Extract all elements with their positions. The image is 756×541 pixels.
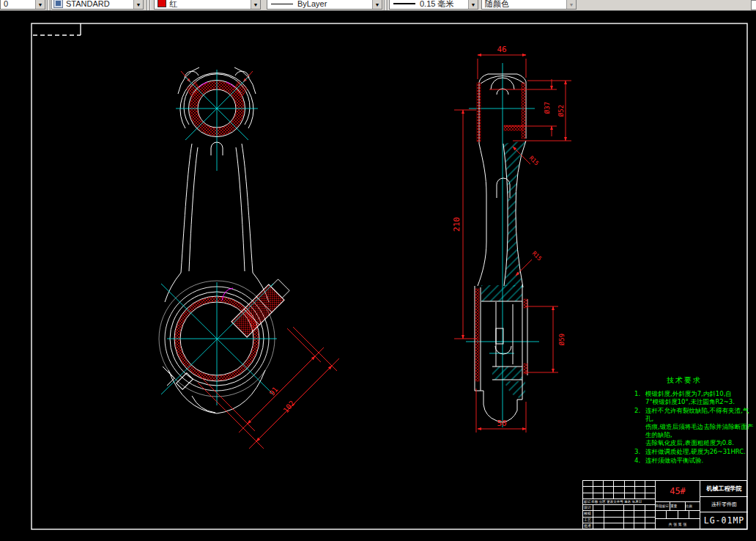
text-style-icon bbox=[53, 0, 63, 8]
layer-combo[interactable]: 0 ▼ bbox=[0, 0, 45, 10]
chevron-down-icon[interactable]: ▼ bbox=[35, 0, 45, 9]
lineweight-combo[interactable]: 0.15 毫米 ▼ bbox=[389, 0, 478, 10]
linetype-sample-icon bbox=[271, 4, 293, 4]
color-combo[interactable]: 红 ▼ bbox=[154, 0, 261, 10]
toolbar-edge-fragment bbox=[751, 0, 756, 10]
dim-fillet-lower: R15 bbox=[530, 250, 543, 262]
dim-cap-outer: 102 bbox=[281, 399, 296, 414]
chevron-down-icon[interactable]: ▼ bbox=[133, 0, 143, 9]
dim-length: 210 bbox=[452, 217, 462, 232]
side-view: 46 210 Ø37 Ø52 Ø59 50 R15 R15 bbox=[452, 45, 571, 433]
dim-big-bore: Ø59 bbox=[558, 334, 566, 345]
centerlines-small-end bbox=[176, 70, 258, 171]
front-view: 91 102 bbox=[159, 67, 339, 449]
dim-cap-across: 91 bbox=[267, 386, 279, 397]
cad-application-window: 0 ▼ STANDARD ▼ 红 ▼ ByLayer ▼ 0.15 毫米 ▼ 随… bbox=[0, 0, 756, 541]
linetype-combo[interactable]: ByLayer ▼ bbox=[267, 0, 382, 10]
toolbar-separator bbox=[147, 0, 151, 10]
part-name: 连杆零件图 bbox=[700, 497, 748, 512]
lineweight-sample-icon bbox=[393, 3, 415, 4]
stage-boxes bbox=[656, 511, 700, 519]
dim-bottom-width: 50 bbox=[497, 419, 506, 428]
plotstyle-combo[interactable]: 随颜色 ▼ bbox=[481, 0, 577, 10]
chevron-down-icon[interactable]: ▼ bbox=[251, 0, 260, 9]
material-label: 45# bbox=[656, 481, 700, 502]
small-end-wall-hatch bbox=[477, 83, 525, 141]
dim-top-width: 46 bbox=[497, 45, 506, 54]
sheet-count-row: 共 张 第 张 bbox=[656, 519, 700, 529]
title-block: 标记 处数 分区 更改文件号 签名 年月日 设计 校核 工艺 批准 45# 阶段… bbox=[582, 480, 747, 529]
drawing-number: LG-01MP bbox=[700, 512, 748, 529]
organization-name: 机械工程学院 bbox=[700, 481, 748, 497]
revision-header: 标记 处数 分区 更改文件号 签名 年月日 bbox=[583, 499, 655, 504]
tech-requirements-title: 技术要求 bbox=[667, 376, 755, 384]
dim-boss-dia: Ø52 bbox=[557, 105, 565, 117]
tech-item-4: 4. 连杆须做动平衡试验. bbox=[634, 457, 755, 465]
dim-fillet-upper: R15 bbox=[527, 155, 540, 167]
lineweight-value: 0.15 毫米 bbox=[417, 0, 468, 9]
stage-row: 阶段标记 重量 比例 bbox=[656, 502, 700, 511]
name-column: 机械工程学院 连杆零件图 LG-01MP bbox=[700, 481, 748, 529]
dim-pin-bore: Ø37 bbox=[544, 102, 551, 114]
text-style-value: STANDARD bbox=[63, 0, 133, 9]
material-column: 45# 阶段标记 重量 比例 共 张 第 张 bbox=[655, 481, 700, 529]
color-value: 红 bbox=[166, 0, 251, 9]
plotstyle-value: 随颜色 bbox=[482, 0, 566, 9]
revision-grid: 标记 处数 分区 更改文件号 签名 年月日 设计 校核 工艺 批准 bbox=[583, 481, 655, 529]
layer-value: 0 bbox=[1, 0, 35, 9]
text-style-combo[interactable]: STANDARD ▼ bbox=[51, 0, 144, 10]
tech-item-3: 3. 连杆做调质处理,硬度为26~31HRC. bbox=[634, 448, 755, 456]
chevron-down-icon[interactable]: ▼ bbox=[372, 0, 382, 9]
technical-requirements: 技术要求 1. 模锻斜度,外斜度为7,内斜10,自 7°模锻斜度10°,未注圆角… bbox=[634, 376, 755, 465]
linetype-value: ByLayer bbox=[294, 0, 372, 9]
chevron-down-icon: ▼ bbox=[566, 0, 576, 9]
tech-item-1: 1. 模锻斜度,外斜度为7,内斜10,自 7°模锻斜度10°,未注圆角R2~3. bbox=[634, 390, 755, 406]
properties-toolbar: 0 ▼ STANDARD ▼ 红 ▼ ByLayer ▼ 0.15 毫米 ▼ 随… bbox=[0, 0, 756, 11]
tech-item-2: 2. 连杆不允许有裂纹缺陷,不得有夹渣,气孔, 伤痕,锻造后须将毛边去除并清除断… bbox=[634, 407, 755, 447]
chevron-down-icon[interactable]: ▼ bbox=[468, 0, 478, 9]
color-swatch-red bbox=[158, 0, 166, 7]
toolbar-separator bbox=[384, 0, 388, 10]
